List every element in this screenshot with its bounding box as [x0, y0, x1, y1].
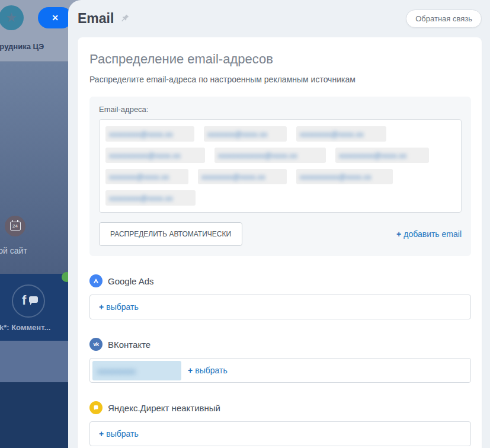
sidebar-top-label: трудника ЦЭ	[0, 42, 67, 51]
page-title: Email	[78, 11, 114, 27]
email-chip[interactable]: xxxxxxxxxx@xxxx.xx	[296, 169, 393, 184]
source-section-яндекс-директ-неактивный: Яндекс.Директ неактивный+выбрать	[89, 401, 471, 446]
email-chip[interactable]: xxxxxxx@xxxx.xx	[204, 126, 287, 142]
source-name: Google Ads	[108, 276, 154, 286]
source-select-box[interactable]: xxxxxxxxxx+выбрать	[89, 358, 471, 383]
pin-icon[interactable]	[120, 14, 130, 24]
email-panel: Email Обратная связь Распределение email…	[68, 0, 490, 448]
plus-icon: +	[188, 366, 193, 375]
calendar-icon[interactable]: 24	[5, 216, 25, 236]
sidebar-facebook-label: ok*: Коммент...	[0, 323, 50, 332]
source-header: Яндекс.Директ неактивный	[89, 401, 471, 414]
plus-icon: +	[99, 429, 104, 439]
card-heading: Распределение email-адресов	[89, 52, 471, 67]
yandex-direct-icon	[89, 401, 103, 414]
source-section-google-ads: Google Ads+выбрать	[89, 274, 471, 319]
calendar-day: 24	[12, 223, 18, 229]
email-chip[interactable]: xxxxxxxxxx@xxxx.xx	[105, 148, 205, 163]
email-distribution-card: Распределение email-адресов Распределите…	[78, 37, 482, 448]
email-actions-row: РАСПРЕДЕЛИТЬ АВТОМАТИЧЕСКИ +добавить ema…	[99, 222, 462, 246]
star-icon[interactable]: ★	[0, 5, 24, 30]
panel-header: Email Обратная связь	[68, 0, 490, 28]
close-icon: ✕	[52, 13, 59, 23]
source-header: vkВКонтакте	[89, 338, 471, 351]
selected-audience-chip[interactable]: xxxxxxxxxx	[92, 361, 181, 380]
source-name: Яндекс.Директ неактивный	[108, 403, 220, 413]
facebook-comments-icon: f	[12, 284, 45, 318]
card-subheading: Распределите email-адреса по настроенным…	[89, 75, 471, 84]
sidebar-site-label: вой сайт	[0, 246, 27, 255]
email-chip[interactable]: xxxxxxxx@xxxx.xx	[296, 126, 386, 142]
email-chips-box[interactable]: xxxxxxxx@xxxx.xxxxxxxxx@xxxx.xxxxxxxxxx@…	[99, 119, 462, 213]
plus-icon: +	[99, 302, 104, 312]
select-link[interactable]: +выбрать	[99, 302, 139, 312]
vk-icon: vk	[89, 338, 103, 351]
feedback-button[interactable]: Обратная связь	[406, 9, 482, 28]
distribute-automatically-button[interactable]: РАСПРЕДЕЛИТЬ АВТОМАТИЧЕСКИ	[99, 222, 242, 246]
select-link[interactable]: +выбрать	[188, 366, 228, 375]
app-window: ★ ✕ трудника ЦЭ 24 вой сайт f ok*: Комме…	[0, 0, 490, 448]
plus-icon: +	[396, 229, 401, 239]
ad-sources-list: Google Ads+выбратьvkВКонтактеxxxxxxxxxx+…	[89, 274, 471, 446]
source-section-вконтакте: vkВКонтактеxxxxxxxxxx+выбрать	[89, 338, 471, 383]
email-chip[interactable]: xxxxxxxx@xxxx.xx	[105, 190, 196, 206]
email-chip[interactable]: xxxxxxxx@xxxx.xx	[105, 126, 194, 142]
source-header: Google Ads	[89, 274, 471, 287]
email-chip[interactable]: xxxxxxxxx@xxxx.xx	[335, 148, 429, 163]
close-button[interactable]: ✕	[38, 7, 72, 28]
email-chip[interactable]: xxxxxxxxxxxx@xxxx.xx	[214, 148, 326, 163]
email-addresses-label: Email-адреса:	[99, 105, 462, 114]
source-select-box[interactable]: +выбрать	[89, 295, 471, 319]
add-email-link[interactable]: +добавить email	[396, 229, 462, 239]
source-select-box[interactable]: +выбрать	[89, 421, 471, 446]
email-chip[interactable]: xxxxxxx@xxxx.xx	[105, 169, 188, 184]
email-addresses-block: Email-адреса: xxxxxxxx@xxxx.xxxxxxxxx@xx…	[89, 97, 471, 256]
google-ads-icon	[89, 274, 103, 287]
select-link[interactable]: +выбрать	[99, 429, 139, 439]
email-chip[interactable]: xxxxxxxx@xxxx.xx	[198, 169, 287, 184]
source-name: ВКонтакте	[108, 340, 150, 350]
comment-bubble-icon	[29, 296, 38, 303]
